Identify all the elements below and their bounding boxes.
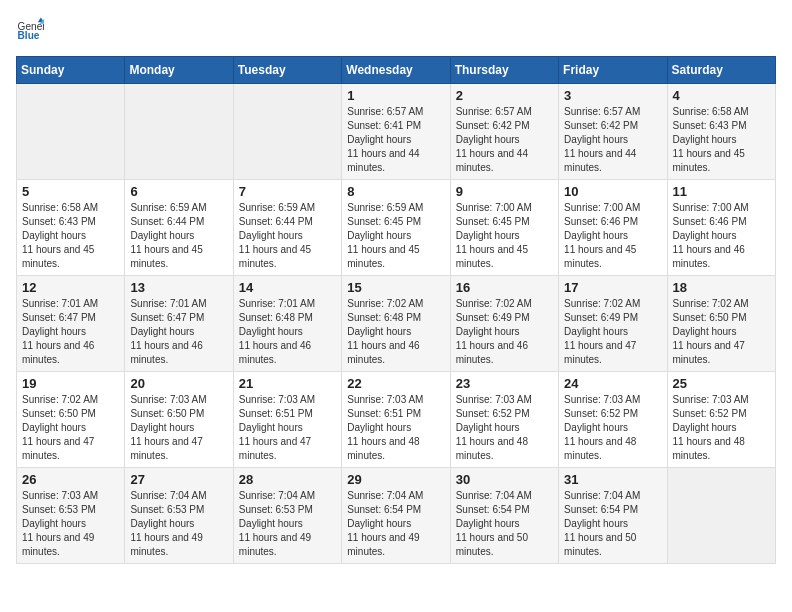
day-info: Sunrise: 7:04 AM Sunset: 6:54 PM Dayligh… [456,489,553,559]
calendar-cell: 23 Sunrise: 7:03 AM Sunset: 6:52 PM Dayl… [450,372,558,468]
day-number: 27 [130,472,227,487]
day-info: Sunrise: 7:03 AM Sunset: 6:52 PM Dayligh… [564,393,661,463]
calendar-cell: 7 Sunrise: 6:59 AM Sunset: 6:44 PM Dayli… [233,180,341,276]
day-number: 31 [564,472,661,487]
calendar-cell: 28 Sunrise: 7:04 AM Sunset: 6:53 PM Dayl… [233,468,341,564]
day-number: 1 [347,88,444,103]
calendar-cell: 3 Sunrise: 6:57 AM Sunset: 6:42 PM Dayli… [559,84,667,180]
header-friday: Friday [559,57,667,84]
logo: General Blue [16,16,48,44]
day-info: Sunrise: 7:01 AM Sunset: 6:48 PM Dayligh… [239,297,336,367]
logo-icon: General Blue [16,16,44,44]
calendar-cell: 11 Sunrise: 7:00 AM Sunset: 6:46 PM Dayl… [667,180,775,276]
day-number: 6 [130,184,227,199]
day-info: Sunrise: 7:04 AM Sunset: 6:53 PM Dayligh… [239,489,336,559]
day-info: Sunrise: 7:03 AM Sunset: 6:52 PM Dayligh… [456,393,553,463]
calendar-table: SundayMondayTuesdayWednesdayThursdayFrid… [16,56,776,564]
day-number: 21 [239,376,336,391]
calendar-cell: 13 Sunrise: 7:01 AM Sunset: 6:47 PM Dayl… [125,276,233,372]
calendar-cell: 2 Sunrise: 6:57 AM Sunset: 6:42 PM Dayli… [450,84,558,180]
day-number: 2 [456,88,553,103]
calendar-cell [667,468,775,564]
calendar-cell: 21 Sunrise: 7:03 AM Sunset: 6:51 PM Dayl… [233,372,341,468]
day-info: Sunrise: 7:00 AM Sunset: 6:46 PM Dayligh… [564,201,661,271]
calendar-week-2: 5 Sunrise: 6:58 AM Sunset: 6:43 PM Dayli… [17,180,776,276]
day-number: 20 [130,376,227,391]
day-info: Sunrise: 7:04 AM Sunset: 6:53 PM Dayligh… [130,489,227,559]
day-info: Sunrise: 7:03 AM Sunset: 6:51 PM Dayligh… [347,393,444,463]
day-number: 23 [456,376,553,391]
header-sunday: Sunday [17,57,125,84]
calendar-cell: 27 Sunrise: 7:04 AM Sunset: 6:53 PM Dayl… [125,468,233,564]
day-number: 28 [239,472,336,487]
day-number: 9 [456,184,553,199]
day-number: 16 [456,280,553,295]
day-info: Sunrise: 6:58 AM Sunset: 6:43 PM Dayligh… [22,201,119,271]
day-info: Sunrise: 6:57 AM Sunset: 6:42 PM Dayligh… [456,105,553,175]
calendar-cell: 18 Sunrise: 7:02 AM Sunset: 6:50 PM Dayl… [667,276,775,372]
day-info: Sunrise: 7:00 AM Sunset: 6:46 PM Dayligh… [673,201,770,271]
day-number: 13 [130,280,227,295]
day-info: Sunrise: 7:01 AM Sunset: 6:47 PM Dayligh… [22,297,119,367]
calendar-week-5: 26 Sunrise: 7:03 AM Sunset: 6:53 PM Dayl… [17,468,776,564]
day-info: Sunrise: 7:03 AM Sunset: 6:51 PM Dayligh… [239,393,336,463]
day-number: 8 [347,184,444,199]
day-number: 11 [673,184,770,199]
day-info: Sunrise: 6:58 AM Sunset: 6:43 PM Dayligh… [673,105,770,175]
day-number: 7 [239,184,336,199]
header-saturday: Saturday [667,57,775,84]
calendar-cell: 25 Sunrise: 7:03 AM Sunset: 6:52 PM Dayl… [667,372,775,468]
day-info: Sunrise: 6:57 AM Sunset: 6:41 PM Dayligh… [347,105,444,175]
day-info: Sunrise: 6:59 AM Sunset: 6:45 PM Dayligh… [347,201,444,271]
calendar-cell: 20 Sunrise: 7:03 AM Sunset: 6:50 PM Dayl… [125,372,233,468]
day-number: 19 [22,376,119,391]
day-number: 24 [564,376,661,391]
header-tuesday: Tuesday [233,57,341,84]
header-monday: Monday [125,57,233,84]
calendar-cell: 26 Sunrise: 7:03 AM Sunset: 6:53 PM Dayl… [17,468,125,564]
day-number: 14 [239,280,336,295]
header-thursday: Thursday [450,57,558,84]
day-number: 3 [564,88,661,103]
day-info: Sunrise: 7:04 AM Sunset: 6:54 PM Dayligh… [347,489,444,559]
calendar-cell: 12 Sunrise: 7:01 AM Sunset: 6:47 PM Dayl… [17,276,125,372]
calendar-header-row: SundayMondayTuesdayWednesdayThursdayFrid… [17,57,776,84]
calendar-cell: 10 Sunrise: 7:00 AM Sunset: 6:46 PM Dayl… [559,180,667,276]
calendar-cell: 1 Sunrise: 6:57 AM Sunset: 6:41 PM Dayli… [342,84,450,180]
day-number: 22 [347,376,444,391]
day-number: 12 [22,280,119,295]
day-info: Sunrise: 7:02 AM Sunset: 6:50 PM Dayligh… [22,393,119,463]
day-info: Sunrise: 7:02 AM Sunset: 6:48 PM Dayligh… [347,297,444,367]
day-info: Sunrise: 7:02 AM Sunset: 6:49 PM Dayligh… [456,297,553,367]
day-info: Sunrise: 6:59 AM Sunset: 6:44 PM Dayligh… [130,201,227,271]
calendar-cell: 8 Sunrise: 6:59 AM Sunset: 6:45 PM Dayli… [342,180,450,276]
day-info: Sunrise: 7:02 AM Sunset: 6:50 PM Dayligh… [673,297,770,367]
calendar-cell: 19 Sunrise: 7:02 AM Sunset: 6:50 PM Dayl… [17,372,125,468]
calendar-week-1: 1 Sunrise: 6:57 AM Sunset: 6:41 PM Dayli… [17,84,776,180]
day-number: 17 [564,280,661,295]
day-number: 5 [22,184,119,199]
calendar-cell: 31 Sunrise: 7:04 AM Sunset: 6:54 PM Dayl… [559,468,667,564]
day-number: 18 [673,280,770,295]
day-info: Sunrise: 7:01 AM Sunset: 6:47 PM Dayligh… [130,297,227,367]
day-info: Sunrise: 7:02 AM Sunset: 6:49 PM Dayligh… [564,297,661,367]
calendar-cell: 16 Sunrise: 7:02 AM Sunset: 6:49 PM Dayl… [450,276,558,372]
day-number: 4 [673,88,770,103]
calendar-cell: 4 Sunrise: 6:58 AM Sunset: 6:43 PM Dayli… [667,84,775,180]
calendar-cell [125,84,233,180]
day-info: Sunrise: 7:03 AM Sunset: 6:52 PM Dayligh… [673,393,770,463]
calendar-cell [17,84,125,180]
day-info: Sunrise: 7:03 AM Sunset: 6:53 PM Dayligh… [22,489,119,559]
day-info: Sunrise: 6:59 AM Sunset: 6:44 PM Dayligh… [239,201,336,271]
day-number: 26 [22,472,119,487]
calendar-cell: 6 Sunrise: 6:59 AM Sunset: 6:44 PM Dayli… [125,180,233,276]
calendar-cell [233,84,341,180]
day-info: Sunrise: 7:03 AM Sunset: 6:50 PM Dayligh… [130,393,227,463]
calendar-cell: 17 Sunrise: 7:02 AM Sunset: 6:49 PM Dayl… [559,276,667,372]
calendar-week-4: 19 Sunrise: 7:02 AM Sunset: 6:50 PM Dayl… [17,372,776,468]
day-number: 10 [564,184,661,199]
header-wednesday: Wednesday [342,57,450,84]
calendar-cell: 29 Sunrise: 7:04 AM Sunset: 6:54 PM Dayl… [342,468,450,564]
calendar-cell: 9 Sunrise: 7:00 AM Sunset: 6:45 PM Dayli… [450,180,558,276]
day-number: 30 [456,472,553,487]
